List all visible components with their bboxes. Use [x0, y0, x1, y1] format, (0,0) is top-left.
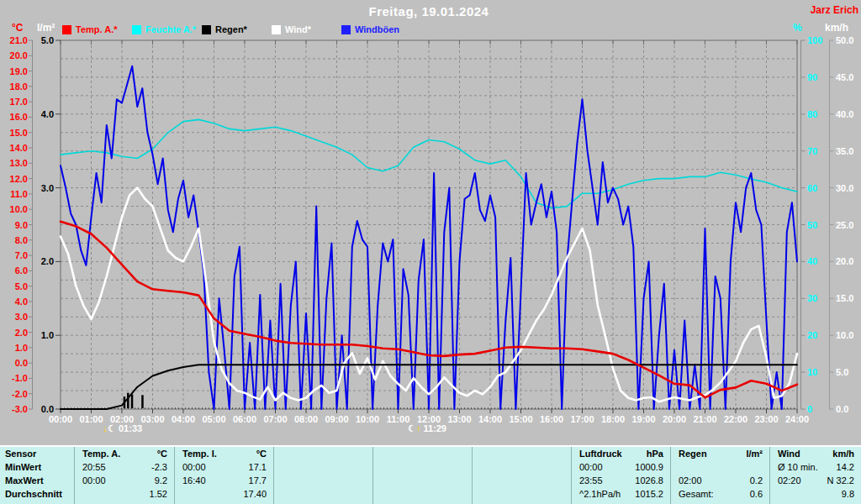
table-column-regen: Regenl/m²02:000.2Gesamt:0.6: [670, 447, 769, 504]
table-row: [473, 460, 571, 474]
weather-chart: 00:0001:0002:0003:0004:0005:0006:0007:00…: [0, 0, 861, 444]
svg-text:17:00: 17:00: [570, 414, 594, 424]
table-row: 00:001000.9: [572, 460, 670, 474]
svg-text:12.0: 12.0: [10, 174, 28, 184]
svg-text:-2.0: -2.0: [12, 389, 28, 399]
svg-text:24:00: 24:00: [785, 414, 809, 424]
table-row-label: Sensor: [0, 447, 74, 460]
svg-text:7.0: 7.0: [15, 250, 28, 260]
svg-text:5.0: 5.0: [41, 35, 54, 45]
svg-text:15.0: 15.0: [10, 128, 28, 138]
svg-text:2.0: 2.0: [15, 328, 28, 338]
svg-text:03:00: 03:00: [140, 414, 164, 424]
svg-text:45.0: 45.0: [836, 72, 853, 82]
table-column-header: Temp. A.°C: [75, 447, 174, 460]
svg-text:20: 20: [807, 330, 817, 340]
svg-text:22:00: 22:00: [724, 414, 747, 424]
svg-text:3.0: 3.0: [41, 183, 54, 193]
svg-text:19.0: 19.0: [10, 66, 28, 76]
svg-text:2.0: 2.0: [41, 256, 54, 266]
svg-text:40.0: 40.0: [836, 109, 853, 119]
svg-text:0.0: 0.0: [15, 358, 28, 368]
svg-text:90: 90: [807, 72, 817, 82]
svg-text:04:00: 04:00: [172, 414, 195, 424]
table-row: [373, 460, 472, 474]
svg-text:0: 0: [807, 404, 812, 414]
svg-text:25.0: 25.0: [836, 220, 853, 230]
table-row-label: MaxWert: [0, 474, 74, 487]
svg-text:14:00: 14:00: [478, 414, 502, 424]
svg-text:60: 60: [807, 183, 817, 193]
svg-text:16:00: 16:00: [540, 414, 563, 424]
table-column-empty-3: [472, 447, 571, 504]
table-row: 16:4017.7: [175, 474, 273, 487]
svg-text:1.0: 1.0: [41, 330, 54, 340]
table-row: ^2.1hPa/h1015.2: [572, 487, 670, 501]
svg-text:15.0: 15.0: [836, 293, 853, 303]
svg-text:10: 10: [807, 367, 817, 377]
svg-text:19:00: 19:00: [631, 414, 655, 424]
svg-text:-3.0: -3.0: [12, 404, 28, 414]
svg-text:10.0: 10.0: [10, 204, 28, 214]
table-row: [373, 474, 472, 487]
svg-text:09:00: 09:00: [325, 414, 348, 424]
svg-text:18.0: 18.0: [10, 81, 28, 92]
svg-text:4.0: 4.0: [15, 297, 28, 307]
table-row: [274, 487, 372, 501]
table-row: [473, 487, 571, 501]
svg-text:9.0: 9.0: [15, 220, 28, 230]
svg-text:01:00: 01:00: [79, 414, 103, 424]
table-row: 02:000.2: [671, 474, 769, 487]
table-column-header: LuftdruckhPa: [572, 447, 670, 460]
svg-text:08:00: 08:00: [294, 414, 318, 424]
svg-text:10:00: 10:00: [356, 414, 379, 424]
table-column-luftdruck: LuftdruckhPa00:001000.923:551026.8^2.1hP…: [571, 447, 670, 504]
svg-text:1.0: 1.0: [15, 343, 28, 353]
table-row: [671, 460, 769, 474]
table-row: 20:55-2.3: [75, 460, 174, 474]
svg-text:20.0: 20.0: [10, 50, 28, 60]
table-column-header: Temp. I.°C: [175, 447, 273, 460]
svg-text:5.0: 5.0: [836, 367, 848, 377]
table-column-temp-a: Temp. A.°C20:55-2.300:009.21.52: [74, 447, 174, 504]
moonrise-annotation: ☾↑ 11:29: [408, 423, 446, 434]
moonset-time: 01:33: [119, 423, 142, 433]
moon-icon: ☾: [408, 423, 416, 433]
table-row: Ø 10 min.14.2: [770, 460, 861, 474]
svg-text:80: 80: [807, 109, 817, 119]
svg-text:4.0: 4.0: [41, 109, 54, 119]
svg-text:0.0: 0.0: [836, 404, 848, 414]
svg-text:30: 30: [807, 293, 817, 303]
svg-text:50: 50: [807, 220, 817, 230]
table-column-empty-2: [372, 447, 472, 504]
table-column-header: [473, 447, 571, 460]
svg-text:50.0: 50.0: [836, 35, 853, 45]
svg-text:11.0: 11.0: [10, 189, 28, 199]
svg-text:-1.0: -1.0: [12, 373, 28, 383]
svg-text:18:00: 18:00: [601, 414, 625, 424]
table-column-header: [373, 447, 472, 460]
moon-up-icon: ↑: [416, 423, 421, 433]
table-row: 1.52: [75, 487, 174, 501]
svg-text:8.0: 8.0: [15, 235, 28, 245]
table-row: Gesamt:0.6: [671, 487, 769, 501]
svg-text:16.0: 16.0: [10, 112, 28, 122]
table-row: 00:009.2: [75, 474, 174, 487]
svg-text:3.0: 3.0: [15, 312, 28, 322]
svg-text:35.0: 35.0: [836, 146, 853, 156]
table-row: 17.40: [175, 487, 273, 501]
table-column-wind: Windkm/hØ 10 min.14.202:20N 32.29.8: [769, 447, 861, 504]
table-row: 9.8: [770, 487, 861, 501]
table-column-empty-1: [273, 447, 372, 504]
table-column-temp-i: Temp. I.°C00:0017.116:4017.717.40: [174, 447, 273, 504]
svg-text:07:00: 07:00: [263, 414, 287, 424]
moonset-annotation: ↓☾ 01:33: [103, 423, 143, 434]
svg-text:70: 70: [807, 146, 817, 156]
weather-app-window: Freitag, 19.01.2024 Jarz Erich °C l/m² %…: [0, 0, 861, 504]
svg-text:20:00: 20:00: [663, 414, 686, 424]
svg-text:13:00: 13:00: [447, 414, 471, 424]
svg-text:14.0: 14.0: [10, 143, 28, 153]
svg-text:17.0: 17.0: [10, 97, 28, 107]
svg-text:40: 40: [807, 256, 817, 266]
table-column-header: [274, 447, 372, 460]
